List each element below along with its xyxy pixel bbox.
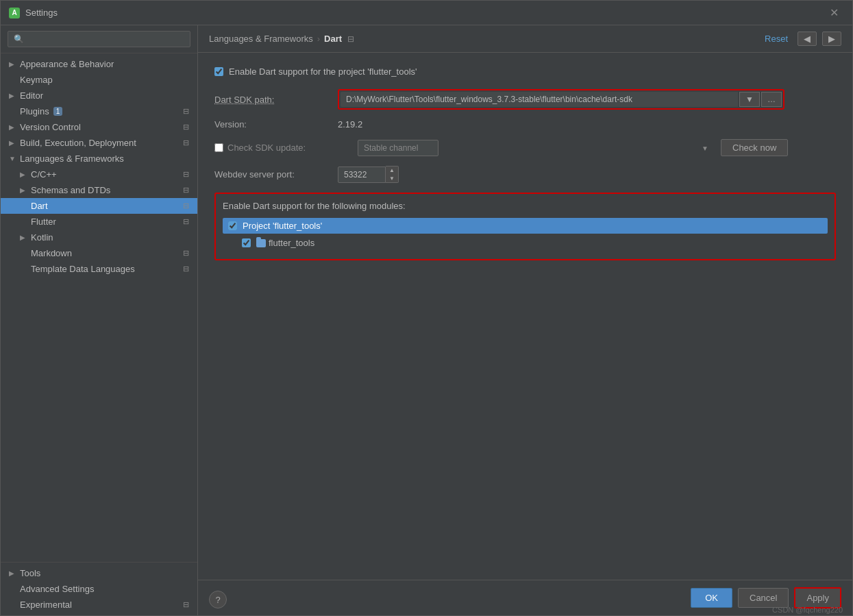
panel-header: Languages & Frameworks › Dart ⊟ Reset ◀ …	[198, 25, 852, 53]
grid-icon: ⊟	[183, 123, 189, 132]
sidebar-item-label: Kotlin	[31, 232, 53, 243]
enable-dart-row: Enable Dart support for the project 'flu…	[214, 66, 836, 77]
sidebar-item-label: Languages & Frameworks	[20, 153, 124, 164]
sidebar-item-label: Tools	[20, 568, 40, 578]
sdk-browse-button[interactable]: …	[761, 92, 782, 107]
webdev-input-container: ▲ ▼	[338, 166, 399, 183]
window-title: Settings	[25, 8, 824, 18]
help-button[interactable]: ?	[209, 591, 227, 608]
sidebar-item-version-control[interactable]: ▶ Version Control ⊟	[1, 119, 197, 135]
header-actions: Reset ◀ ▶	[761, 32, 841, 46]
nav-forward-button[interactable]: ▶	[822, 32, 841, 46]
sidebar-item-cpp[interactable]: ▶ C/C++ ⊟	[1, 167, 197, 182]
spin-up-button[interactable]: ▲	[386, 167, 398, 175]
expand-arrow: ▶	[20, 234, 29, 241]
watermark: CSDN @fqcheng220	[772, 606, 843, 614]
expand-arrow: ▶	[9, 60, 18, 68]
breadcrumb-icon: ⊟	[347, 34, 354, 44]
module-item-project[interactable]: Project 'flutter_tools'	[223, 218, 828, 234]
module-flutter-tools-checkbox[interactable]	[242, 238, 251, 247]
sidebar-item-label: Advanced Settings	[20, 584, 94, 594]
grid-icon: ⊟	[183, 138, 189, 147]
webdev-port-input[interactable]	[338, 167, 386, 183]
sidebar-item-label: Schemas and DTDs	[31, 185, 110, 195]
sidebar-item-kotlin[interactable]: ▶ Kotlin	[1, 230, 197, 245]
sdk-path-input[interactable]	[341, 92, 738, 107]
ok-button[interactable]: OK	[691, 588, 732, 608]
check-sdk-row: Check SDK update: Stable channel ▼ Check…	[214, 139, 836, 156]
app-icon: A	[9, 8, 20, 19]
breadcrumb-separator: ›	[317, 34, 320, 44]
spin-buttons: ▲ ▼	[386, 166, 399, 183]
sidebar-item-label: Editor	[20, 90, 43, 101]
sidebar-item-label: Markdown	[31, 248, 72, 258]
title-bar: A Settings ✕	[1, 1, 852, 25]
expand-arrow: ▼	[9, 155, 18, 162]
grid-icon: ⊟	[183, 186, 189, 195]
sidebar-item-dart[interactable]: Dart ⊟	[1, 198, 197, 214]
modules-title: Enable Dart support for the following mo…	[223, 201, 828, 211]
check-sdk-checkbox[interactable]	[214, 143, 223, 152]
enable-dart-checkbox[interactable]	[214, 67, 223, 76]
search-bar	[1, 25, 197, 53]
sdk-dropdown-button[interactable]: ▼	[739, 92, 760, 107]
module-project-checkbox[interactable]	[228, 221, 237, 230]
search-input[interactable]	[8, 31, 190, 47]
grid-icon: ⊟	[183, 600, 189, 609]
sidebar-item-keymap[interactable]: Keymap	[1, 72, 197, 88]
main-panel: Languages & Frameworks › Dart ⊟ Reset ◀ …	[198, 25, 852, 615]
sidebar-item-label: Experimental	[20, 600, 72, 610]
module-flutter-tools-label: flutter_tools	[269, 238, 314, 248]
settings-dialog: A Settings ✕ ▶ Appearance & Behavior Key…	[0, 0, 853, 616]
expand-arrow: ▶	[20, 171, 29, 178]
reset-button[interactable]: Reset	[761, 32, 792, 45]
sidebar-item-markdown[interactable]: Markdown ⊟	[1, 245, 197, 261]
sdk-path-label: Dart SDK path:	[214, 95, 338, 105]
sidebar-item-appearance[interactable]: ▶ Appearance & Behavior	[1, 56, 197, 72]
check-sdk-label: Check SDK update:	[227, 143, 351, 153]
enable-dart-label: Enable Dart support for the project 'flu…	[229, 66, 417, 77]
sidebar-item-build[interactable]: ▶ Build, Execution, Deployment ⊟	[1, 135, 197, 151]
version-value: 2.19.2	[338, 119, 362, 130]
sidebar: ▶ Appearance & Behavior Keymap ▶ Editor …	[1, 25, 198, 615]
sidebar-item-flutter[interactable]: Flutter ⊟	[1, 214, 197, 230]
breadcrumb-parent: Languages & Frameworks	[209, 34, 313, 44]
sidebar-item-label: Version Control	[20, 122, 81, 132]
channel-container: Stable channel ▼	[358, 140, 714, 156]
sdk-path-container: ▼ …	[338, 89, 784, 110]
channel-dropdown[interactable]: Stable channel	[358, 140, 438, 156]
cancel-button[interactable]: Cancel	[738, 588, 789, 608]
plugins-badge: 1	[53, 107, 63, 116]
sidebar-item-advanced-settings[interactable]: Advanced Settings	[1, 581, 197, 597]
grid-icon: ⊟	[183, 264, 189, 273]
sidebar-bottom: ▶ Tools Advanced Settings Experimental ⊟	[1, 562, 197, 615]
grid-icon: ⊟	[183, 170, 189, 179]
sidebar-item-experimental[interactable]: Experimental ⊟	[1, 597, 197, 613]
sidebar-item-label: C/C++	[31, 169, 57, 180]
breadcrumb: Languages & Frameworks › Dart ⊟	[209, 34, 354, 44]
folder-icon	[256, 239, 266, 247]
expand-arrow: ▶	[9, 569, 18, 577]
close-button[interactable]: ✕	[824, 3, 844, 22]
sidebar-item-label: Build, Execution, Deployment	[20, 138, 136, 148]
sidebar-item-label: Dart	[31, 201, 48, 211]
channel-arrow-icon: ▼	[702, 144, 708, 151]
expand-arrow: ▶	[20, 186, 29, 194]
sidebar-item-editor[interactable]: ▶ Editor	[1, 88, 197, 103]
sidebar-item-label: Keymap	[20, 75, 53, 85]
sidebar-item-plugins[interactable]: Plugins 1 ⊟	[1, 103, 197, 119]
check-now-button[interactable]: Check now	[721, 139, 788, 156]
webdev-row: Webdev server port: ▲ ▼	[214, 166, 836, 183]
panel-content: Enable Dart support for the project 'flu…	[198, 53, 852, 580]
grid-icon: ⊟	[183, 107, 189, 116]
sidebar-item-template-data[interactable]: Template Data Languages ⊟	[1, 261, 197, 277]
module-project-label: Project 'flutter_tools'	[243, 221, 322, 231]
spin-down-button[interactable]: ▼	[386, 175, 398, 183]
nav-back-button[interactable]: ◀	[798, 32, 817, 46]
module-item-flutter-tools[interactable]: flutter_tools	[223, 235, 828, 251]
sidebar-item-tools[interactable]: ▶ Tools	[1, 565, 197, 581]
sidebar-item-languages[interactable]: ▼ Languages & Frameworks	[1, 151, 197, 167]
sidebar-item-schemas[interactable]: ▶ Schemas and DTDs ⊟	[1, 182, 197, 198]
version-row: Version: 2.19.2	[214, 119, 836, 130]
breadcrumb-current: Dart	[324, 34, 342, 44]
